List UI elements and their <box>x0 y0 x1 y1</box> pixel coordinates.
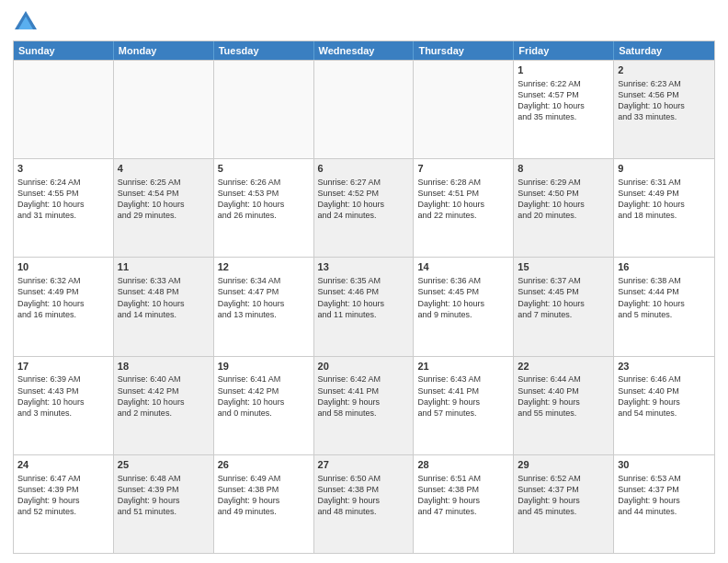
header <box>13 9 715 35</box>
day-info-line: Daylight: 10 hours <box>518 100 609 111</box>
weekday-header: Saturday <box>614 41 714 60</box>
calendar-cell: 27Sunrise: 6:50 AMSunset: 4:38 PMDayligh… <box>314 455 415 553</box>
day-info-line: and 54 minutes. <box>618 408 711 419</box>
day-number: 2 <box>618 63 711 77</box>
calendar-cell: 18Sunrise: 6:40 AMSunset: 4:42 PMDayligh… <box>114 357 214 454</box>
day-info-line: Sunrise: 6:32 AM <box>17 275 109 286</box>
day-info-line: Sunset: 4:51 PM <box>417 188 509 199</box>
calendar-cell <box>414 61 514 158</box>
calendar-cell: 28Sunrise: 6:51 AMSunset: 4:38 PMDayligh… <box>414 455 514 553</box>
day-info-line: Sunrise: 6:29 AM <box>518 177 609 188</box>
weekday-header: Thursday <box>414 41 514 60</box>
day-number: 13 <box>318 260 410 274</box>
day-info-line: Daylight: 9 hours <box>318 396 410 408</box>
day-info-line: Sunrise: 6:50 AM <box>318 473 410 484</box>
day-info-line: Daylight: 9 hours <box>618 495 711 506</box>
day-info-line: Sunset: 4:39 PM <box>17 484 109 495</box>
day-info-line: and 2 minutes. <box>118 408 210 419</box>
logo-icon <box>13 9 39 35</box>
day-info-line: and 20 minutes. <box>518 210 609 221</box>
day-info-line: Sunset: 4:54 PM <box>118 188 210 199</box>
day-info-line: Daylight: 10 hours <box>118 199 210 210</box>
day-info-line: and 16 minutes. <box>17 309 109 320</box>
day-info-line: Sunrise: 6:51 AM <box>417 473 509 484</box>
day-info-line: Sunrise: 6:52 AM <box>518 473 609 484</box>
day-number: 8 <box>518 162 609 176</box>
day-info-line: and 55 minutes. <box>518 408 609 419</box>
day-info-line: and 29 minutes. <box>118 210 210 221</box>
day-info-line: Sunrise: 6:48 AM <box>118 473 210 484</box>
calendar-cell <box>214 61 314 158</box>
day-info-line: Daylight: 9 hours <box>318 495 410 506</box>
day-info-line: and 0 minutes. <box>218 408 310 419</box>
day-number: 11 <box>118 260 210 274</box>
day-info-line: and 11 minutes. <box>318 309 410 320</box>
day-info-line: Sunset: 4:38 PM <box>417 484 509 495</box>
calendar-row: 1Sunrise: 6:22 AMSunset: 4:57 PMDaylight… <box>14 60 714 158</box>
calendar-cell: 25Sunrise: 6:48 AMSunset: 4:39 PMDayligh… <box>114 455 214 553</box>
day-info-line: Daylight: 9 hours <box>118 495 210 506</box>
calendar-cell: 1Sunrise: 6:22 AMSunset: 4:57 PMDaylight… <box>514 61 614 158</box>
day-info-line: and 49 minutes. <box>218 506 310 517</box>
calendar-cell: 5Sunrise: 6:26 AMSunset: 4:53 PMDaylight… <box>214 159 314 257</box>
day-info-line: Sunrise: 6:27 AM <box>318 177 410 188</box>
calendar-cell: 3Sunrise: 6:24 AMSunset: 4:55 PMDaylight… <box>14 159 114 257</box>
day-info-line: Daylight: 9 hours <box>17 495 109 506</box>
day-info-line: Daylight: 9 hours <box>417 495 509 506</box>
calendar-cell <box>114 61 214 158</box>
day-number: 3 <box>17 162 109 176</box>
calendar: SundayMondayTuesdayWednesdayThursdayFrid… <box>13 40 715 554</box>
day-info-line: Sunrise: 6:28 AM <box>417 177 509 188</box>
day-info-line: Sunrise: 6:39 AM <box>17 373 109 385</box>
day-info-line: Sunrise: 6:36 AM <box>417 275 509 286</box>
day-info-line: Daylight: 10 hours <box>17 396 109 408</box>
day-info-line: Sunset: 4:37 PM <box>518 484 609 495</box>
day-info-line: Sunrise: 6:40 AM <box>118 373 210 385</box>
day-info-line: Daylight: 10 hours <box>118 298 210 309</box>
day-info-line: Daylight: 10 hours <box>518 298 609 309</box>
calendar-cell: 26Sunrise: 6:49 AMSunset: 4:38 PMDayligh… <box>214 455 314 553</box>
day-info-line: Daylight: 9 hours <box>518 396 609 408</box>
day-info-line: Sunrise: 6:25 AM <box>118 177 210 188</box>
weekday-header: Sunday <box>14 41 114 60</box>
calendar-row: 3Sunrise: 6:24 AMSunset: 4:55 PMDaylight… <box>14 158 714 257</box>
day-info-line: Sunset: 4:38 PM <box>218 484 310 495</box>
day-info-line: Sunset: 4:48 PM <box>118 286 210 297</box>
day-number: 26 <box>218 458 310 472</box>
day-info-line: Sunrise: 6:41 AM <box>218 373 310 385</box>
calendar-cell: 19Sunrise: 6:41 AMSunset: 4:42 PMDayligh… <box>214 357 314 454</box>
day-number: 24 <box>17 458 109 472</box>
day-info-line: Daylight: 9 hours <box>618 396 711 408</box>
calendar-cell: 14Sunrise: 6:36 AMSunset: 4:45 PMDayligh… <box>414 258 514 355</box>
day-info-line: Daylight: 10 hours <box>218 298 310 309</box>
calendar-row: 17Sunrise: 6:39 AMSunset: 4:43 PMDayligh… <box>14 356 714 454</box>
calendar-cell: 6Sunrise: 6:27 AMSunset: 4:52 PMDaylight… <box>314 159 415 257</box>
calendar-cell: 30Sunrise: 6:53 AMSunset: 4:37 PMDayligh… <box>614 455 714 553</box>
day-info-line: Sunrise: 6:24 AM <box>17 177 109 188</box>
calendar-cell: 17Sunrise: 6:39 AMSunset: 4:43 PMDayligh… <box>14 357 114 454</box>
calendar-cell: 13Sunrise: 6:35 AMSunset: 4:46 PMDayligh… <box>314 258 415 355</box>
day-number: 1 <box>518 63 609 77</box>
weekday-header: Tuesday <box>214 41 314 60</box>
day-info-line: Daylight: 9 hours <box>518 495 609 506</box>
calendar-cell: 23Sunrise: 6:46 AMSunset: 4:40 PMDayligh… <box>614 357 714 454</box>
day-info-line: Sunset: 4:41 PM <box>417 385 509 396</box>
day-info-line: Sunrise: 6:26 AM <box>218 177 310 188</box>
calendar-cell: 21Sunrise: 6:43 AMSunset: 4:41 PMDayligh… <box>414 357 514 454</box>
day-number: 25 <box>118 458 210 472</box>
day-info-line: Sunset: 4:55 PM <box>17 188 109 199</box>
day-info-line: and 51 minutes. <box>118 506 210 517</box>
day-info-line: Daylight: 10 hours <box>318 199 410 210</box>
day-info-line: Daylight: 10 hours <box>318 298 410 309</box>
calendar-cell: 15Sunrise: 6:37 AMSunset: 4:45 PMDayligh… <box>514 258 614 355</box>
calendar-cell: 7Sunrise: 6:28 AMSunset: 4:51 PMDaylight… <box>414 159 514 257</box>
calendar-cell: 29Sunrise: 6:52 AMSunset: 4:37 PMDayligh… <box>514 455 614 553</box>
day-number: 6 <box>318 162 410 176</box>
day-info-line: Sunset: 4:37 PM <box>618 484 711 495</box>
day-info-line: and 7 minutes. <box>518 309 609 320</box>
day-info-line: Sunset: 4:47 PM <box>218 286 310 297</box>
calendar-cell: 12Sunrise: 6:34 AMSunset: 4:47 PMDayligh… <box>214 258 314 355</box>
day-info-line: Daylight: 10 hours <box>218 199 310 210</box>
day-info-line: and 35 minutes. <box>518 111 609 122</box>
day-info-line: and 47 minutes. <box>417 506 509 517</box>
